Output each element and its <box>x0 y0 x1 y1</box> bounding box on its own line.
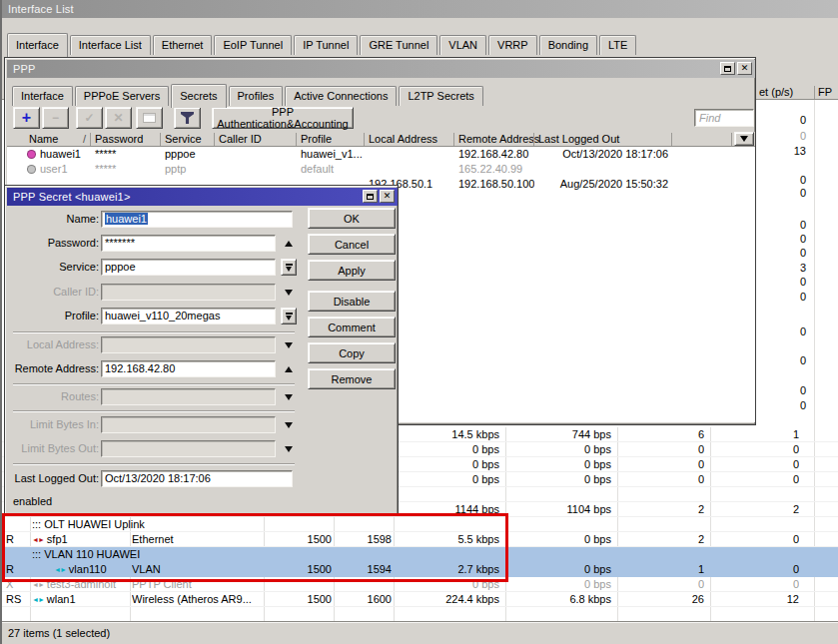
password-cell: ***** <box>95 162 161 177</box>
interface-row[interactable]: RS◄►wlan1Wireless (Atheros AR9...1500160… <box>2 592 838 607</box>
header-separator <box>453 133 454 146</box>
secrets-column-header-service[interactable]: Service <box>165 133 202 145</box>
field-value: huawei_v110_20megas <box>105 310 220 322</box>
close-icon[interactable]: ✕ <box>737 62 752 75</box>
expand-arrow-icon[interactable] <box>282 284 296 301</box>
copy-button[interactable]: Copy <box>308 342 396 363</box>
close-icon[interactable]: ✕ <box>380 190 395 203</box>
find-input[interactable] <box>694 109 754 127</box>
field-caller-id[interactable] <box>101 284 276 301</box>
field-remote-address[interactable]: 192.168.42.80 <box>101 360 276 377</box>
enable-icon[interactable]: ✓ <box>76 107 103 129</box>
tab-vlan[interactable]: VLAN <box>439 35 486 55</box>
group-separator <box>13 463 295 465</box>
tx-cell: 14.5 kbps <box>396 427 499 442</box>
disable-button[interactable]: Disable <box>308 291 396 312</box>
remove-icon[interactable]: − <box>42 107 69 129</box>
ppp-authentication-button[interactable]: PPP Authentication&Accounting <box>212 107 354 129</box>
local-address-cell <box>369 147 454 162</box>
ok-button[interactable]: OK <box>308 208 396 229</box>
tab-gre-tunnel[interactable]: GRE Tunnel <box>360 35 437 55</box>
tab-bonding[interactable]: Bonding <box>539 35 597 55</box>
name-cell: user1 <box>27 162 91 177</box>
tab-interface[interactable]: Interface <box>7 33 68 57</box>
field-service[interactable]: pppoe <box>101 259 276 276</box>
field-profile[interactable]: huawei_v110_20megas <box>101 308 276 324</box>
field-label-routes: Routes: <box>7 388 99 405</box>
tab-pppoe-servers[interactable]: PPPoE Servers <box>75 86 169 106</box>
field-limit-bytes-out[interactable] <box>101 440 276 457</box>
maximize-icon[interactable] <box>363 190 378 203</box>
tab-interface[interactable]: Interface <box>12 86 73 106</box>
rx-packet-cell: 0 <box>714 472 799 487</box>
group-separator <box>13 383 295 385</box>
expand-arrow-icon[interactable] <box>282 440 296 457</box>
secrets-column-header-caller-id[interactable]: Caller ID <box>219 133 262 145</box>
comment-icon[interactable] <box>136 107 163 129</box>
header-separator <box>296 133 297 146</box>
header-separator <box>814 86 815 99</box>
expand-arrow-icon[interactable] <box>282 336 296 353</box>
interface-list-titlebar[interactable]: Interface List <box>2 0 838 18</box>
secrets-column-header-remote-address[interactable]: Remote Address <box>458 133 539 145</box>
rx-cell: 0 bps <box>509 532 611 547</box>
dropdown-icon[interactable] <box>281 259 297 276</box>
secrets-column-header-last-logged-out[interactable]: Last Logged Out <box>538 133 619 145</box>
expand-arrow-icon[interactable] <box>282 416 296 433</box>
bg-column-header-et-p-s[interactable]: et (p/s) <box>759 86 793 98</box>
tx-cell: 0 bps <box>396 442 499 457</box>
rx-packet-cell: 0 <box>714 577 799 592</box>
last-logged-out-cell: Aug/25/2020 15:50:32 <box>536 177 668 192</box>
secret-row[interactable]: user1*****pptpdefault165.22.40.99 <box>7 162 755 177</box>
tab-interface-list[interactable]: Interface List <box>70 35 151 55</box>
interface-list-title: Interface List <box>8 3 74 15</box>
comment-icon <box>143 113 156 123</box>
tx-packet-cell: 2 <box>621 502 704 517</box>
secrets-column-header-local-address[interactable]: Local Address <box>369 133 437 145</box>
collapse-arrow-icon[interactable] <box>282 235 296 252</box>
ppp-titlebar[interactable]: PPP ✕ <box>7 60 755 78</box>
field-password[interactable]: ******* <box>101 235 276 252</box>
expand-arrow-icon[interactable] <box>282 388 296 405</box>
column-menu-button[interactable] <box>734 132 754 146</box>
rx-cell: 1104 bps <box>509 502 611 517</box>
field-label-remote-address: Remote Address: <box>7 360 99 377</box>
tab-active-connections[interactable]: Active Connections <box>285 86 397 106</box>
secrets-column-header-password[interactable]: Password <box>95 133 143 145</box>
field-last-logged-out[interactable]: Oct/13/2020 18:17:06 <box>101 470 293 487</box>
field-value: ******* <box>105 237 135 249</box>
tab-vrrp[interactable]: VRRP <box>488 35 537 55</box>
secrets-table-header[interactable]: NamePasswordServiceCaller IDProfileLocal… <box>7 132 755 147</box>
filter-icon[interactable] <box>174 107 201 129</box>
secret-row[interactable]: huawei1*****pppoehuawei_v1...192.168.42.… <box>7 147 755 162</box>
tab-profiles[interactable]: Profiles <box>229 86 284 106</box>
caller-id-cell <box>219 162 297 177</box>
apply-button[interactable]: Apply <box>308 260 396 281</box>
tab-ip-tunnel[interactable]: IP Tunnel <box>294 35 358 55</box>
tab-secrets[interactable]: Secrets <box>171 84 226 108</box>
field-local-address[interactable] <box>101 336 276 353</box>
remove-button[interactable]: Remove <box>308 368 396 389</box>
maximize-icon[interactable] <box>720 62 735 75</box>
cancel-button[interactable]: Cancel <box>308 234 396 255</box>
secrets-column-header-profile[interactable]: Profile <box>301 133 332 145</box>
header-separator <box>731 133 732 146</box>
secrets-column-header-name[interactable]: Name <box>29 133 58 145</box>
tab-eoip-tunnel[interactable]: EoIP Tunnel <box>214 35 292 55</box>
tab-l2tp-secrets[interactable]: L2TP Secrets <box>399 86 482 106</box>
dropdown-icon[interactable] <box>281 308 297 324</box>
collapse-arrow-icon[interactable] <box>282 360 296 377</box>
field-label-limit-bytes-out: Limit Bytes Out: <box>7 440 99 457</box>
field-routes[interactable] <box>101 388 276 405</box>
disable-icon[interactable]: ✕ <box>105 107 132 129</box>
tab-ethernet[interactable]: Ethernet <box>153 35 213 55</box>
comment-button[interactable]: Comment <box>308 317 396 337</box>
field-limit-bytes-in[interactable] <box>101 416 276 433</box>
annotation-red-rectangle <box>2 513 508 582</box>
add-icon[interactable]: + <box>13 107 40 129</box>
ppp-toolbar: PPP Authentication&Accounting +−✓✕ <box>7 106 755 132</box>
tab-lte[interactable]: LTE <box>599 35 636 55</box>
dialog-titlebar[interactable]: PPP Secret <huawei1> ✕ <box>7 188 398 206</box>
field-name[interactable]: huawei1 <box>101 211 293 228</box>
rx-packet-cell: 0 <box>714 562 799 577</box>
